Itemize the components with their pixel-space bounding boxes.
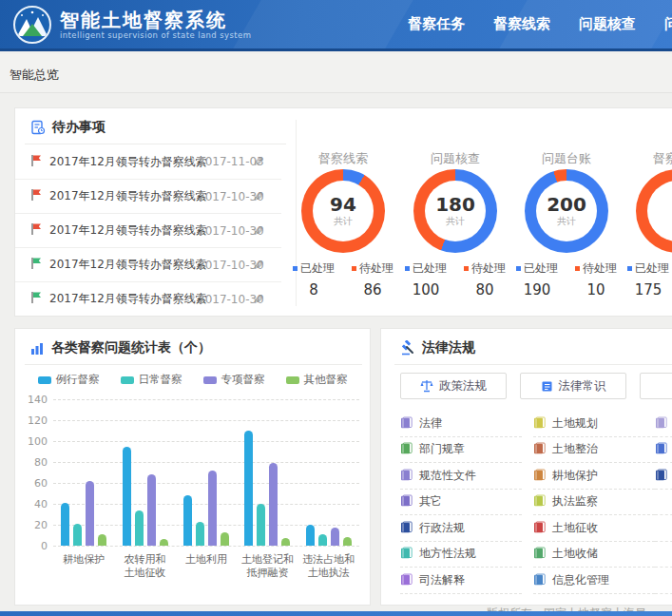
bar-其他督察-5[interactable] — [343, 537, 352, 546]
legend-swatch — [121, 376, 134, 384]
law-tab-3[interactable] — [640, 373, 672, 399]
law-book-icon — [655, 440, 667, 458]
law-item[interactable]: 土地规划 — [533, 411, 655, 437]
bar-日常督察-1[interactable] — [73, 524, 82, 546]
x-category-label: 耕地保护 — [53, 553, 114, 567]
nav-item-3[interactable]: 问题核查 — [578, 15, 637, 33]
bar-chart-plot — [53, 399, 359, 546]
nav-item-2[interactable]: 督察线索 — [492, 15, 551, 33]
legend-label: 已处理 — [405, 260, 447, 277]
legend-swatch — [203, 376, 217, 384]
law-book-icon — [400, 414, 413, 433]
law-tab-1[interactable]: 政策法规 — [400, 373, 507, 399]
law-item[interactable] — [655, 437, 672, 464]
edit-pencil-icon[interactable]: ✎ — [253, 292, 264, 307]
bar-其他督察-1[interactable] — [98, 534, 106, 546]
bar-专项督察-3[interactable] — [208, 471, 217, 546]
law-item[interactable]: 土地征收 — [533, 515, 655, 542]
bar-例行督察-4[interactable] — [244, 431, 253, 546]
bar-日常督察-3[interactable] — [196, 522, 204, 546]
edit-pencil-icon[interactable]: ✎ — [253, 154, 264, 169]
bar-其他督察-2[interactable] — [160, 539, 168, 546]
donut-center: 94共计 — [313, 181, 374, 241]
legend-value: 80 — [464, 281, 506, 298]
bar-专项督察-4[interactable] — [269, 463, 278, 546]
law-item[interactable]: 土地收储 — [533, 542, 655, 568]
donut-title: 问题台账 — [510, 150, 623, 167]
donut-legend-processed: 已处理190 — [516, 260, 558, 298]
law-item[interactable] — [655, 463, 672, 490]
bar-专项督察-1[interactable] — [86, 481, 94, 546]
donut-center: 180共计 — [425, 181, 486, 241]
nav-item-4[interactable]: 问题台账 — [663, 15, 672, 33]
chart-legend-item[interactable]: 专项督察 — [203, 373, 265, 387]
law-item[interactable]: 规范性文件 — [400, 463, 522, 490]
edit-pencil-icon[interactable]: ✎ — [253, 189, 264, 204]
y-tick-label: 40 — [21, 498, 48, 510]
law-tab-2[interactable]: 法律常识 — [520, 373, 626, 399]
law-item[interactable]: 土地整治 — [533, 437, 655, 464]
donut-ring: 94共计 — [301, 169, 385, 253]
law-item[interactable] — [655, 490, 672, 516]
chart-legend-item[interactable]: 例行督察 — [38, 373, 100, 387]
edit-pencil-icon[interactable]: ✎ — [253, 223, 264, 239]
law-book-icon — [533, 519, 546, 537]
chart-legend-item[interactable]: 其他督察 — [286, 373, 348, 387]
bar-日常督察-2[interactable] — [135, 510, 144, 546]
law-item-label: 土地整治 — [552, 441, 598, 457]
overview-card: 待办事项 2017年12月领导转办督察线索2017-11-03✎2017年12月… — [14, 107, 672, 317]
todo-item-text[interactable]: 2017年12月领导转办督察线索 — [49, 188, 207, 204]
bar-其他督察-3[interactable] — [221, 532, 229, 546]
todo-row: 2017年12月领导转办督察线索2017-10-30✎ — [15, 179, 281, 213]
breadcrumb: 智能总览 — [10, 67, 59, 84]
law-item[interactable] — [655, 542, 672, 568]
todo-item-text[interactable]: 2017年12月领导转办督察线索 — [49, 291, 207, 307]
law-item[interactable]: 司法解释 — [400, 568, 522, 594]
donut-total-value: 94 — [330, 194, 356, 215]
bar-例行督察-5[interactable] — [306, 525, 315, 546]
donut-total-label: 共计 — [446, 215, 465, 228]
law-item[interactable]: 部门规章 — [400, 437, 522, 464]
donut-center: 200共计 — [536, 181, 597, 241]
bar-其他督察-4[interactable] — [281, 538, 290, 546]
edit-pencil-icon[interactable]: ✎ — [253, 258, 264, 273]
law-item[interactable]: 执法监察 — [533, 490, 655, 516]
legend-value: 190 — [516, 281, 558, 298]
bar-日常督察-4[interactable] — [257, 504, 265, 546]
legend-label: 已处理 — [516, 260, 558, 277]
x-category-label: 违法占地和 土地执法 — [298, 553, 359, 580]
law-item-label: 规范性文件 — [419, 468, 476, 484]
law-item[interactable]: 行政法规 — [400, 515, 522, 542]
legend-value: 86 — [352, 281, 394, 298]
bar-专项督察-2[interactable] — [147, 474, 156, 546]
law-item[interactable]: 地方性法规 — [400, 542, 522, 568]
bar-例行督察-1[interactable] — [61, 503, 69, 546]
chart-legend-item[interactable]: 日常督察 — [121, 373, 182, 387]
donut-title: 督察任务 — [622, 150, 672, 167]
bar-例行督察-3[interactable] — [183, 495, 192, 546]
law-item[interactable]: 信息化管理 — [533, 568, 655, 594]
law-item[interactable] — [655, 411, 672, 437]
nav-item-1[interactable]: 督察任务 — [407, 15, 466, 33]
scales-icon — [420, 379, 433, 393]
law-item[interactable]: 其它 — [400, 490, 522, 516]
law-item[interactable]: 法律 — [400, 411, 522, 437]
law-item[interactable] — [655, 515, 672, 542]
donut-total-label: 共计 — [334, 215, 353, 228]
flag-icon — [30, 153, 43, 171]
gridline — [53, 441, 359, 442]
law-item-label: 部门规章 — [419, 441, 465, 457]
donut-legend: 已处理190待处理10 — [510, 260, 623, 298]
bar-专项督察-5[interactable] — [331, 528, 339, 546]
donut-total-value: 200 — [547, 194, 586, 215]
todo-list: 2017年12月领导转办督察线索2017-11-03✎2017年12月领导转办督… — [15, 144, 281, 316]
todo-item-text[interactable]: 2017年12月领导转办督察线索 — [49, 222, 207, 239]
law-item[interactable]: 耕地保护 — [533, 463, 655, 490]
bar-例行督察-2[interactable] — [123, 447, 131, 547]
todo-title: 待办事项 — [52, 119, 106, 136]
todo-item-text[interactable]: 2017年12月领导转办督察线索 — [49, 154, 207, 170]
todo-item-text[interactable]: 2017年12月领导转办督察线索 — [49, 257, 207, 273]
gavel-icon — [400, 340, 415, 356]
law-item[interactable] — [655, 568, 672, 594]
bar-日常督察-5[interactable] — [318, 534, 327, 546]
